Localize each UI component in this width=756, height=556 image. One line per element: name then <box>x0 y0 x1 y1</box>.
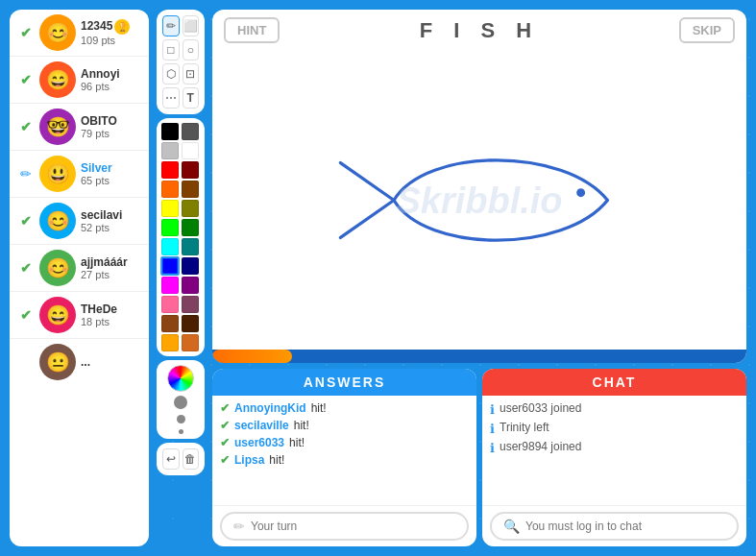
check-icon: ✔ <box>17 212 35 230</box>
circle-tool-btn[interactable]: ○ <box>183 39 200 60</box>
color-swatch[interactable] <box>182 200 199 217</box>
chat-panel: CHAT ℹ user6033 joined ℹ Trinity left ℹ … <box>482 369 746 546</box>
player-pts: 18 pts <box>81 316 141 327</box>
player-name: Annoyi <box>81 67 141 81</box>
bottom-area: ANSWERS ✔ AnnoyingKid hit! ✔ secilaville… <box>212 369 746 546</box>
check-icon: ✔ <box>17 118 35 135</box>
color-wheel[interactable] <box>167 365 194 392</box>
canvas-area[interactable]: Skribbl.io <box>212 51 746 350</box>
size-color-area <box>157 360 205 439</box>
player-name: secilavi <box>81 208 141 222</box>
answer-check-icon: ✔ <box>220 453 230 467</box>
trash-tool-btn[interactable]: 🗑 <box>183 448 200 470</box>
color-swatch[interactable] <box>161 296 179 313</box>
eraser-tool-btn[interactable]: ⬜ <box>183 15 200 36</box>
answers-tab-header: ANSWERS <box>212 369 476 396</box>
player-name: 12345🏆 <box>81 19 141 35</box>
tool-row-2: □ ○ <box>162 39 199 60</box>
answers-input[interactable] <box>251 520 455 533</box>
player-name: ajjmááár <box>81 255 141 269</box>
answer-text: hit! <box>311 401 327 415</box>
color-swatch[interactable] <box>182 334 199 351</box>
answer-check-icon: ✔ <box>220 419 230 432</box>
chat-input[interactable] <box>525 520 725 533</box>
svg-point-0 <box>576 188 585 197</box>
player-info: ... <box>81 355 141 369</box>
drawing-icon: ✏ <box>17 165 35 182</box>
chat-item: ℹ Trinity left <box>490 419 739 438</box>
player-item: ✔ 😄 Annoyi 96 pts <box>10 57 149 104</box>
avatar: 😄 <box>39 297 76 333</box>
player-item: ✔ 🤓 OBITO 79 pts <box>10 104 149 151</box>
color-swatch[interactable] <box>161 181 179 198</box>
progress-bar-container <box>212 350 746 363</box>
player-item: ✔ 😄 THeDe 18 pts <box>10 292 149 339</box>
color-swatch[interactable] <box>161 142 179 159</box>
size-dot-large[interactable] <box>174 396 187 409</box>
info-icon: ℹ <box>490 441 495 455</box>
color-swatch[interactable] <box>182 123 199 140</box>
size-dot-small[interactable] <box>179 429 183 434</box>
avatar: 😊 <box>39 14 76 51</box>
drawing-canvas[interactable] <box>212 51 746 350</box>
player-pts: 27 pts <box>81 269 141 280</box>
avatar: 😊 <box>39 203 76 239</box>
player-name: THeDe <box>81 302 141 316</box>
answer-check-icon: ✔ <box>220 436 230 449</box>
color-swatch[interactable] <box>160 256 180 276</box>
answer-text: hit! <box>269 453 284 467</box>
player-pts: 65 pts <box>81 175 141 186</box>
color-swatch[interactable] <box>161 200 179 217</box>
check-icon: ✔ <box>17 71 35 88</box>
color-swatch[interactable] <box>182 161 199 179</box>
pencil-tool-btn[interactable]: ✏ <box>162 15 180 36</box>
trophy-badge: 🏆 <box>114 19 130 35</box>
drawing-area: HINT F I S H SKIP Skribbl.io <box>212 10 746 363</box>
color-swatch[interactable] <box>182 315 199 332</box>
color-swatch[interactable] <box>161 315 179 332</box>
player-info: Silver 65 pts <box>81 161 141 186</box>
player-item: ✔ 😊 secilavi 52 pts <box>10 198 149 245</box>
check-icon: ✔ <box>17 306 35 324</box>
color-swatch[interactable] <box>182 238 199 255</box>
color-swatch[interactable] <box>182 142 199 159</box>
fill-tool-btn[interactable]: ⊡ <box>183 63 200 85</box>
check-icon: ✔ <box>17 259 35 277</box>
answers-input-area: ✏ <box>212 505 476 546</box>
color-swatch[interactable] <box>182 257 199 275</box>
text-tool-btn[interactable]: T <box>183 87 200 109</box>
color-swatch[interactable] <box>182 181 199 198</box>
chat-input-wrapper: 🔍 <box>490 512 739 541</box>
answer-name: AnnoyingKid <box>234 401 306 415</box>
avatar: 😐 <box>39 344 76 380</box>
size-slider <box>174 396 187 434</box>
color-swatch[interactable] <box>161 238 179 255</box>
answer-name: Lipsa <box>234 453 264 467</box>
color-swatch[interactable] <box>161 123 179 140</box>
player-info: Annoyi 96 pts <box>81 67 141 92</box>
color-swatch[interactable] <box>161 161 179 179</box>
color-swatch[interactable] <box>182 296 199 313</box>
player-info: OBITO 79 pts <box>81 114 141 139</box>
chain-tool-btn[interactable]: ⬡ <box>162 63 180 85</box>
answer-text: hit! <box>294 419 309 432</box>
size-dot-medium[interactable] <box>177 415 185 423</box>
color-swatch[interactable] <box>161 219 179 236</box>
player-item: ✏ 😃 Silver 65 pts <box>10 151 149 198</box>
hint-button[interactable]: HINT <box>224 17 280 43</box>
tool-row-3: ⬡ ⊡ <box>162 63 199 85</box>
check-icon: ✔ <box>17 24 35 41</box>
answers-panel: ANSWERS ✔ AnnoyingKid hit! ✔ secilaville… <box>212 369 476 546</box>
color-swatch[interactable] <box>182 277 199 294</box>
color-swatch[interactable] <box>182 219 199 236</box>
rectangle-tool-btn[interactable]: □ <box>162 39 180 60</box>
chat-input-area: 🔍 <box>482 505 746 546</box>
tool-row-4: ⋯ T <box>162 87 199 109</box>
player-pts: 109 pts <box>81 35 141 46</box>
color-swatch[interactable] <box>161 277 179 294</box>
color-swatch[interactable] <box>161 334 179 351</box>
undo-tool-btn[interactable]: ↩ <box>162 448 180 470</box>
brush-tool-btn[interactable]: ⋯ <box>162 87 180 109</box>
skip-button[interactable]: SKIP <box>679 17 735 43</box>
chat-text: user9894 joined <box>500 440 581 453</box>
